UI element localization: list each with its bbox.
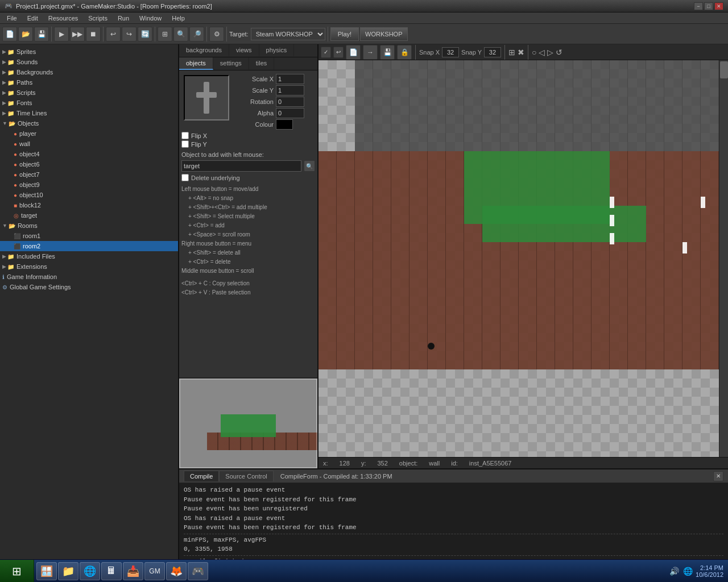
scale-y-input[interactable] (276, 85, 304, 95)
menu-help[interactable]: Help (167, 14, 189, 23)
vertical-scrollbar[interactable] (719, 60, 728, 457)
snap-lock-btn[interactable]: 🔒 (397, 45, 412, 60)
snap-y-input[interactable] (484, 47, 501, 57)
compile-tab-source[interactable]: Source Control (219, 471, 273, 481)
tab-backgrounds[interactable]: backgrounds (179, 44, 229, 57)
snap-right-btn[interactable]: → (363, 45, 378, 60)
tab-tiles[interactable]: tiles (249, 57, 275, 70)
tree-backgrounds[interactable]: ▶ 📁 Backgrounds (0, 67, 178, 77)
play-btn-tb[interactable]: ▶ (54, 27, 69, 41)
tree-scripts[interactable]: ▶ 📁 Scripts (0, 88, 178, 98)
tree-paths[interactable]: ▶ 📁 Paths (0, 77, 178, 88)
close-btn[interactable]: ✕ (714, 2, 723, 10)
tree-target[interactable]: ◎ target (0, 210, 178, 221)
task-firefox[interactable]: 🦊 (166, 562, 187, 580)
maximize-btn[interactable]: □ (704, 2, 713, 10)
flip-x-checkbox[interactable] (181, 132, 189, 139)
tree-object6[interactable]: ● object6 (0, 159, 178, 169)
task-folder[interactable]: 📁 (58, 562, 78, 580)
tree-room2[interactable]: ⬛ room2 (0, 241, 178, 251)
colour-box[interactable] (276, 119, 293, 130)
tree-sprites[interactable]: ▶ 📁 Sprites (0, 47, 178, 57)
menu-file[interactable]: File (2, 14, 22, 23)
zoom-out-btn[interactable]: 🔎 (189, 27, 204, 41)
grid-btn[interactable]: ⊞ (158, 27, 172, 41)
save-btn[interactable]: 💾 (34, 27, 49, 41)
tree-objects[interactable]: ▼ 📂 Objects (0, 118, 178, 128)
workshop-button[interactable]: WORKSHOP (360, 27, 407, 41)
object-input[interactable] (181, 160, 301, 172)
scale-x-input[interactable] (276, 74, 304, 84)
menu-window[interactable]: Window (135, 14, 166, 23)
tray-network[interactable]: 🌐 (682, 566, 693, 577)
forward-btn[interactable]: ↪ (122, 27, 136, 41)
grid-icon[interactable]: ⊞ (508, 48, 515, 57)
object-browse-btn[interactable]: 🔍 (304, 160, 315, 172)
back-btn[interactable]: ↩ (106, 27, 121, 41)
play-debug-btn[interactable]: ▶▶ (70, 27, 85, 41)
flip-y-checkbox[interactable] (181, 140, 189, 148)
tree-extensions[interactable]: ▶ 📁 Extensions (0, 261, 178, 272)
arrow-left-icon[interactable]: ◁ (539, 48, 545, 57)
new-btn[interactable]: 📄 (2, 27, 17, 41)
task-calc[interactable]: 🖩 (101, 562, 122, 580)
snap-rotate-btn[interactable]: ↩ (333, 47, 344, 58)
snap-x-input[interactable] (442, 47, 459, 57)
refresh-icon[interactable]: ↺ (556, 48, 562, 57)
menu-resources[interactable]: Resources (44, 14, 83, 23)
task-steam[interactable]: 🎮 (188, 562, 208, 580)
task-ie[interactable]: 🌐 (80, 562, 100, 580)
tree-fonts[interactable]: ▶ 📁 Fonts (0, 98, 178, 108)
scrollbar-thumb[interactable] (720, 61, 728, 78)
target-select[interactable]: Steam WORKSHOP (251, 28, 325, 40)
tree-rooms[interactable]: ▼ 📂 Rooms (0, 221, 178, 231)
tree-sounds[interactable]: ▶ 📁 Sounds (0, 57, 178, 67)
tab-settings[interactable]: settings (213, 57, 249, 70)
arrow-right-icon[interactable]: ▷ (547, 48, 553, 57)
tray-sound[interactable]: 🔊 (668, 566, 680, 577)
refresh-btn[interactable]: 🔄 (138, 27, 152, 41)
menu-run[interactable]: Run (113, 14, 134, 23)
folder-icon-included: 📁 (7, 253, 14, 260)
minimize-btn[interactable]: − (694, 2, 703, 10)
tab-objects[interactable]: objects (179, 57, 213, 70)
tab-views[interactable]: views (229, 44, 259, 57)
settings-btn[interactable]: ⚙ (209, 27, 224, 41)
snap-check-btn[interactable]: ✓ (321, 47, 331, 58)
delete-underlying-checkbox[interactable] (181, 174, 189, 181)
tree-room1[interactable]: ⬛ room1 (0, 231, 178, 241)
task-explorer[interactable]: 🪟 (36, 562, 57, 580)
snap-new-btn[interactable]: 📄 (346, 45, 361, 60)
stop-btn[interactable]: ⏹ (86, 27, 101, 41)
open-btn[interactable]: 📂 (18, 27, 33, 41)
task-utorrent[interactable]: 📥 (123, 562, 143, 580)
alpha-input[interactable] (276, 108, 304, 118)
tree-game-info[interactable]: ℹ Game Information (0, 272, 178, 282)
zoom-in-btn[interactable]: 🔍 (173, 27, 188, 41)
circle-icon[interactable]: ○ (532, 48, 536, 57)
tree-player[interactable]: ● player (0, 128, 178, 139)
tree-wall[interactable]: ● wall (0, 139, 178, 149)
obj-marker-1 (610, 197, 614, 208)
rotation-input[interactable] (276, 97, 304, 107)
tree-global-settings[interactable]: ⚙ Global Game Settings (0, 282, 178, 292)
brown-tile-zone (318, 151, 719, 278)
room-canvas[interactable] (318, 60, 728, 457)
play-button[interactable]: Play! (330, 27, 359, 41)
tree-object4[interactable]: ● object4 (0, 149, 178, 159)
tab-physics[interactable]: physics (259, 44, 295, 57)
menu-scripts[interactable]: Scripts (84, 14, 112, 23)
tree-object10[interactable]: ● object10 (0, 190, 178, 200)
task-gm[interactable]: GM (144, 562, 165, 580)
tree-included-files[interactable]: ▶ 📁 Included Files (0, 251, 178, 261)
start-button[interactable]: ⊞ (0, 560, 34, 583)
tree-timelines[interactable]: ▶ 📁 Time Lines (0, 108, 178, 118)
menu-edit[interactable]: Edit (23, 14, 43, 23)
snap-save-btn[interactable]: 💾 (380, 45, 395, 60)
compile-close-btn[interactable]: ✕ (713, 471, 723, 481)
compile-tab-compile[interactable]: Compile (184, 471, 219, 481)
tree-object7[interactable]: ● object7 (0, 169, 178, 180)
tree-block12[interactable]: ■ block12 (0, 200, 178, 210)
tree-object9[interactable]: ● object9 (0, 180, 178, 190)
cross-icon[interactable]: ✖ (518, 48, 524, 57)
